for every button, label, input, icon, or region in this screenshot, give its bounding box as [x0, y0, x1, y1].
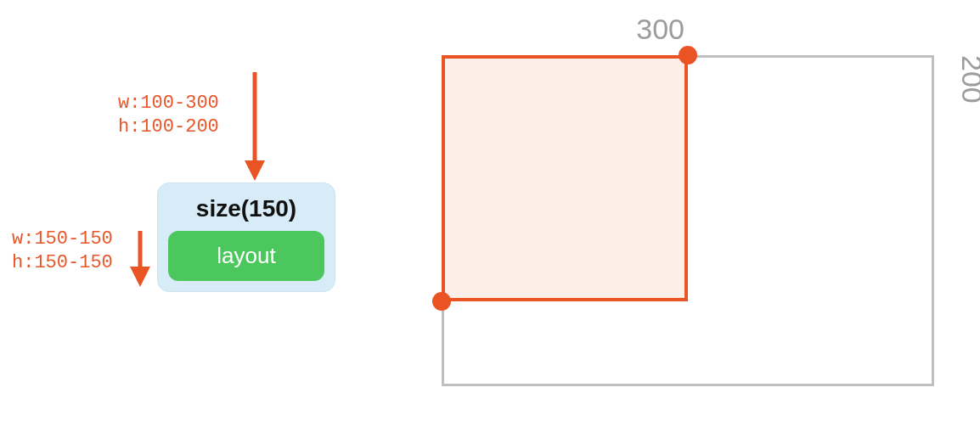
incoming-constraints-label: w:100-300 h:100-200: [118, 92, 219, 138]
outer-height-label: 200: [955, 55, 980, 386]
handle-dot-bottom-left-icon: [432, 292, 451, 311]
arrow-down-outgoing-icon: [127, 231, 161, 290]
svg-marker-3: [130, 267, 150, 287]
handle-dot-top-right-icon: [679, 46, 697, 65]
incoming-width-text: w:100-300: [118, 92, 219, 115]
svg-marker-1: [245, 160, 265, 181]
arrow-down-incoming-icon: [242, 72, 276, 182]
layout-illustration: 300 200: [442, 55, 951, 395]
outgoing-height-text: h:150-150: [12, 251, 113, 275]
outgoing-constraints-label: w:150-150 h:150-150: [12, 227, 113, 274]
resulting-size-box: [442, 55, 688, 301]
size-node-card: size(150) layout: [157, 182, 335, 292]
size-node-title: size(150): [168, 195, 324, 222]
incoming-height-text: h:100-200: [118, 115, 219, 139]
layout-child-button: layout: [168, 231, 324, 281]
outgoing-width-text: w:150-150: [12, 227, 113, 251]
outer-width-label: 300: [442, 13, 688, 46]
